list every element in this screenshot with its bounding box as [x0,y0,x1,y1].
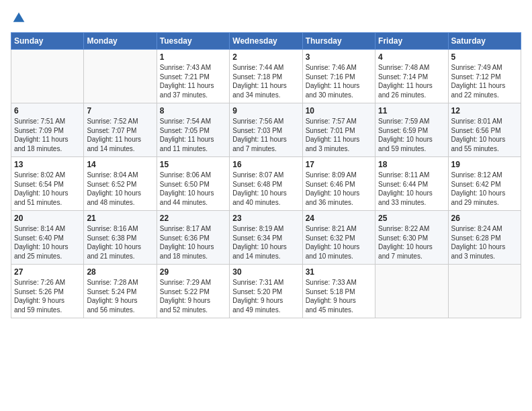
calendar-cell: 13Sunrise: 8:02 AM Sunset: 6:54 PM Dayli… [11,157,84,211]
day-info: Sunrise: 7:52 AM Sunset: 7:07 PM Dayligh… [87,117,153,153]
day-number: 19 [451,160,518,169]
day-info: Sunrise: 8:01 AM Sunset: 6:56 PM Dayligh… [451,117,518,153]
calendar-cell: 26Sunrise: 8:24 AM Sunset: 6:28 PM Dayli… [448,211,521,265]
day-number: 9 [232,106,299,116]
day-number: 27 [14,267,81,277]
calendar-cell: 15Sunrise: 8:06 AM Sunset: 6:50 PM Dayli… [157,157,229,211]
day-number: 12 [451,106,518,116]
day-info: Sunrise: 7:48 AM Sunset: 7:14 PM Dayligh… [378,63,445,99]
svg-marker-0 [13,13,25,22]
weekday-header-sunday: Sunday [11,33,84,50]
calendar-cell: 21Sunrise: 8:16 AM Sunset: 6:38 PM Dayli… [84,211,157,265]
day-number: 3 [306,52,372,62]
day-info: Sunrise: 8:22 AM Sunset: 6:30 PM Dayligh… [378,224,445,261]
day-info: Sunrise: 7:56 AM Sunset: 7:03 PM Dayligh… [232,117,299,153]
calendar-cell: 6Sunrise: 7:51 AM Sunset: 7:09 PM Daylig… [11,103,84,157]
day-info: Sunrise: 7:29 AM Sunset: 5:22 PM Dayligh… [160,278,226,314]
calendar-cell: 8Sunrise: 7:54 AM Sunset: 7:05 PM Daylig… [157,103,229,157]
day-info: Sunrise: 7:46 AM Sunset: 7:16 PM Dayligh… [306,63,372,99]
day-info: Sunrise: 8:07 AM Sunset: 6:48 PM Dayligh… [232,171,299,207]
day-number: 4 [378,52,445,62]
weekday-header-saturday: Saturday [448,33,521,50]
day-info: Sunrise: 7:54 AM Sunset: 7:05 PM Dayligh… [160,117,226,153]
weekday-header-monday: Monday [84,33,157,50]
day-number: 28 [87,267,153,277]
calendar-cell: 31Sunrise: 7:33 AM Sunset: 5:18 PM Dayli… [302,265,375,318]
day-info: Sunrise: 7:59 AM Sunset: 6:59 PM Dayligh… [378,117,445,153]
calendar-cell: 7Sunrise: 7:52 AM Sunset: 7:07 PM Daylig… [84,103,157,157]
weekday-header-friday: Friday [375,33,448,50]
calendar-cell: 10Sunrise: 7:57 AM Sunset: 7:01 PM Dayli… [302,103,375,157]
day-number: 6 [14,106,81,116]
day-info: Sunrise: 8:14 AM Sunset: 6:40 PM Dayligh… [14,224,81,261]
day-info: Sunrise: 7:33 AM Sunset: 5:18 PM Dayligh… [306,278,372,314]
calendar-cell: 23Sunrise: 8:19 AM Sunset: 6:34 PM Dayli… [230,211,302,265]
calendar-cell: 3Sunrise: 7:46 AM Sunset: 7:16 PM Daylig… [302,50,375,103]
day-number: 18 [378,160,445,169]
weekday-header-wednesday: Wednesday [230,33,302,50]
day-number: 11 [378,106,445,116]
calendar-cell: 25Sunrise: 8:22 AM Sunset: 6:30 PM Dayli… [375,211,448,265]
day-number: 30 [232,267,299,277]
day-info: Sunrise: 7:28 AM Sunset: 5:24 PM Dayligh… [87,278,153,314]
day-info: Sunrise: 7:26 AM Sunset: 5:26 PM Dayligh… [14,278,81,314]
day-info: Sunrise: 8:17 AM Sunset: 6:36 PM Dayligh… [160,224,226,261]
day-info: Sunrise: 8:06 AM Sunset: 6:50 PM Dayligh… [160,171,226,207]
calendar-cell: 18Sunrise: 8:11 AM Sunset: 6:44 PM Dayli… [375,157,448,211]
calendar-cell: 19Sunrise: 8:12 AM Sunset: 6:42 PM Dayli… [448,157,521,211]
day-number: 20 [14,214,81,223]
calendar-cell: 9Sunrise: 7:56 AM Sunset: 7:03 PM Daylig… [230,103,302,157]
weekday-header-thursday: Thursday [302,33,375,50]
calendar-cell: 20Sunrise: 8:14 AM Sunset: 6:40 PM Dayli… [11,211,84,265]
calendar-cell: 30Sunrise: 7:31 AM Sunset: 5:20 PM Dayli… [230,265,302,318]
calendar-cell: 24Sunrise: 8:21 AM Sunset: 6:32 PM Dayli… [302,211,375,265]
calendar-cell: 28Sunrise: 7:28 AM Sunset: 5:24 PM Dayli… [84,265,157,318]
day-info: Sunrise: 8:24 AM Sunset: 6:28 PM Dayligh… [451,224,518,261]
day-number: 8 [160,106,226,116]
day-info: Sunrise: 8:21 AM Sunset: 6:32 PM Dayligh… [306,224,372,261]
logo [11,11,26,24]
calendar-cell: 14Sunrise: 8:04 AM Sunset: 6:52 PM Dayli… [84,157,157,211]
day-number: 7 [87,106,153,116]
calendar-table: SundayMondayTuesdayWednesdayThursdayFrid… [11,32,521,318]
day-info: Sunrise: 8:04 AM Sunset: 6:52 PM Dayligh… [87,171,153,207]
day-info: Sunrise: 7:31 AM Sunset: 5:20 PM Dayligh… [232,278,299,314]
day-number: 16 [232,160,299,169]
calendar-cell [11,50,84,103]
calendar-cell: 12Sunrise: 8:01 AM Sunset: 6:56 PM Dayli… [448,103,521,157]
calendar-cell [375,265,448,318]
calendar-cell: 16Sunrise: 8:07 AM Sunset: 6:48 PM Dayli… [230,157,302,211]
day-number: 10 [306,106,372,116]
day-number: 14 [87,160,153,169]
calendar-cell: 4Sunrise: 7:48 AM Sunset: 7:14 PM Daylig… [375,50,448,103]
calendar-cell: 22Sunrise: 8:17 AM Sunset: 6:36 PM Dayli… [157,211,229,265]
day-number: 31 [306,267,372,277]
day-info: Sunrise: 8:16 AM Sunset: 6:38 PM Dayligh… [87,224,153,261]
day-number: 25 [378,214,445,223]
day-number: 1 [160,52,226,62]
day-info: Sunrise: 8:11 AM Sunset: 6:44 PM Dayligh… [378,171,445,207]
weekday-header-tuesday: Tuesday [157,33,229,50]
day-number: 21 [87,214,153,223]
day-number: 5 [451,52,518,62]
day-info: Sunrise: 7:57 AM Sunset: 7:01 PM Dayligh… [306,117,372,153]
day-number: 24 [306,214,372,223]
day-info: Sunrise: 8:12 AM Sunset: 6:42 PM Dayligh… [451,171,518,207]
day-info: Sunrise: 8:19 AM Sunset: 6:34 PM Dayligh… [232,224,299,261]
calendar-cell: 29Sunrise: 7:29 AM Sunset: 5:22 PM Dayli… [157,265,229,318]
logo-icon [12,11,26,24]
calendar-cell [84,50,157,103]
day-number: 23 [232,214,299,223]
day-number: 22 [160,214,226,223]
day-number: 29 [160,267,226,277]
day-info: Sunrise: 7:44 AM Sunset: 7:18 PM Dayligh… [232,63,299,99]
day-info: Sunrise: 7:43 AM Sunset: 7:21 PM Dayligh… [160,63,226,99]
day-number: 2 [232,52,299,62]
calendar-cell: 17Sunrise: 8:09 AM Sunset: 6:46 PM Dayli… [302,157,375,211]
calendar-cell: 1Sunrise: 7:43 AM Sunset: 7:21 PM Daylig… [157,50,229,103]
calendar-cell: 2Sunrise: 7:44 AM Sunset: 7:18 PM Daylig… [230,50,302,103]
day-number: 13 [14,160,81,169]
day-info: Sunrise: 8:02 AM Sunset: 6:54 PM Dayligh… [14,171,81,207]
calendar-cell: 27Sunrise: 7:26 AM Sunset: 5:26 PM Dayli… [11,265,84,318]
day-number: 15 [160,160,226,169]
